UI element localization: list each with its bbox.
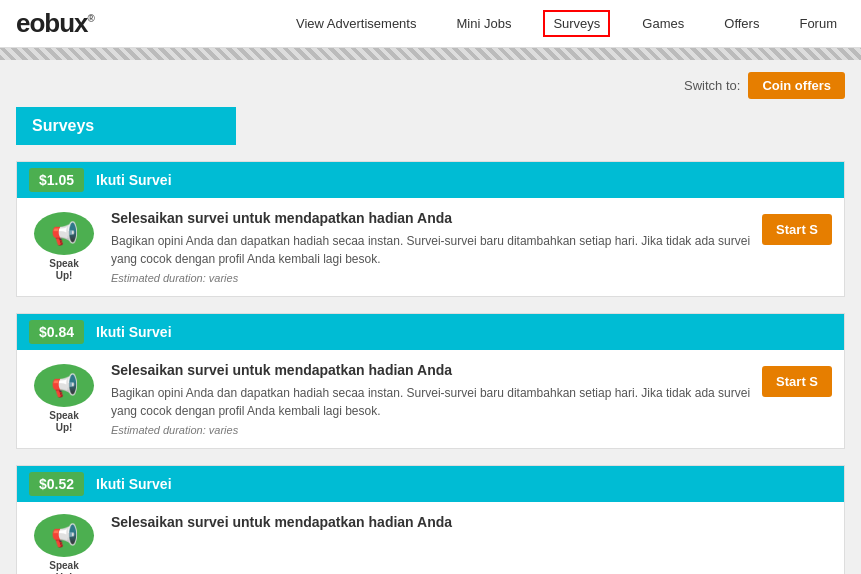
survey-amount-2: $0.84 [29,320,84,344]
nav: View Advertisements Mini Jobs Surveys Ga… [288,10,845,37]
survey-icon-1: 📢 SpeakUp! [29,212,99,282]
survey-header-1: $1.05 Ikuti Survei [17,162,844,198]
survey-icon-2: 📢 SpeakUp! [29,364,99,434]
survey-info-desc-2: Bagikan opini Anda dan dapatkan hadiah s… [111,384,750,420]
survey-header-title-2: Ikuti Survei [96,324,171,340]
survey-info-duration-2: Estimated duration: varies [111,424,750,436]
survey-info-title-1: Selesaikan survei untuk mendapatkan hadi… [111,210,750,226]
survey-info-1: Selesaikan survei untuk mendapatkan hadi… [111,210,750,284]
start-button-2[interactable]: Start S [762,366,832,397]
survey-icon-3: 📢 SpeakUp! [29,514,99,574]
survey-amount-3: $0.52 [29,472,84,496]
nav-item-view-advertisements[interactable]: View Advertisements [288,12,424,35]
nav-item-mini-jobs[interactable]: Mini Jobs [448,12,519,35]
survey-body-1: 📢 SpeakUp! Selesaikan survei untuk menda… [17,198,844,296]
survey-card-3: $0.52 Ikuti Survei 📢 SpeakUp! Selesaikan… [16,465,845,574]
survey-amount-1: $1.05 [29,168,84,192]
survey-card-1: $1.05 Ikuti Survei 📢 SpeakUp! Selesaikan… [16,161,845,297]
survey-info-title-3: Selesaikan survei untuk mendapatkan hadi… [111,514,832,530]
switch-row: Switch to: Coin offers [16,72,845,99]
page-title: Surveys [16,107,236,145]
survey-body-3: 📢 SpeakUp! Selesaikan survei untuk menda… [17,502,844,574]
speak-up-label-1: SpeakUp! [49,258,78,282]
survey-header-title-3: Ikuti Survei [96,476,171,492]
speak-up-label-3: SpeakUp! [49,560,78,574]
main-content: Switch to: Coin offers Surveys $1.05 Iku… [0,60,861,574]
survey-info-3: Selesaikan survei untuk mendapatkan hadi… [111,514,832,536]
stripe-bar [0,48,861,60]
survey-info-desc-1: Bagikan opini Anda dan dapatkan hadiah s… [111,232,750,268]
megaphone-icon-1: 📢 [51,221,78,247]
survey-info-2: Selesaikan survei untuk mendapatkan hadi… [111,362,750,436]
speak-up-logo-1: 📢 [34,212,94,255]
coin-offers-button[interactable]: Coin offers [748,72,845,99]
survey-info-title-2: Selesaikan survei untuk mendapatkan hadi… [111,362,750,378]
registered-symbol: ® [88,13,94,24]
speak-up-label-2: SpeakUp! [49,410,78,434]
nav-item-offers[interactable]: Offers [716,12,767,35]
switch-label: Switch to: [684,78,740,93]
speak-up-logo-2: 📢 [34,364,94,407]
megaphone-icon-2: 📢 [51,373,78,399]
start-button-1[interactable]: Start S [762,214,832,245]
speak-up-logo-3: 📢 [34,514,94,557]
megaphone-icon-3: 📢 [51,523,78,549]
nav-item-forum[interactable]: Forum [791,12,845,35]
logo[interactable]: eobux® [16,8,94,39]
survey-header-3: $0.52 Ikuti Survei [17,466,844,502]
survey-body-2: 📢 SpeakUp! Selesaikan survei untuk menda… [17,350,844,448]
nav-item-surveys[interactable]: Surveys [543,10,610,37]
survey-card-2: $0.84 Ikuti Survei 📢 SpeakUp! Selesaikan… [16,313,845,449]
survey-header-title-1: Ikuti Survei [96,172,171,188]
nav-item-games[interactable]: Games [634,12,692,35]
header: eobux® View Advertisements Mini Jobs Sur… [0,0,861,48]
survey-info-duration-1: Estimated duration: varies [111,272,750,284]
survey-header-2: $0.84 Ikuti Survei [17,314,844,350]
